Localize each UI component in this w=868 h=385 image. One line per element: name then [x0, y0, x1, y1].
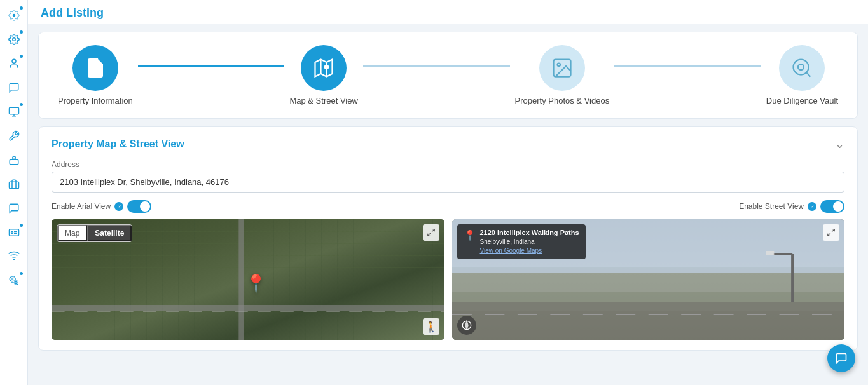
svg-point-17	[11, 278, 13, 280]
sidebar-icon-tool[interactable]	[4, 126, 24, 146]
step-circle-map-street	[301, 45, 347, 91]
svg-point-1	[12, 38, 15, 41]
svg-line-31	[427, 233, 430, 236]
step-label-due-diligence: Due Diligence Vault	[766, 96, 838, 105]
svg-rect-3	[9, 107, 18, 114]
svg-marker-45	[465, 321, 468, 329]
step-label-map-street: Map & Street View	[289, 96, 357, 105]
sidebar-icon-robot[interactable]	[4, 150, 24, 170]
sidebar-icon-monitor[interactable]	[4, 102, 24, 122]
svg-point-18	[15, 282, 17, 284]
stepper: Property Information Map & Street View P…	[58, 45, 838, 105]
section-header: Property Map & Street View ⌄	[52, 137, 844, 151]
streetview-bg: 📍 2120 Intelliplex Walking Paths Shelbyv…	[452, 219, 845, 340]
address-label: Address	[52, 160, 844, 169]
svg-line-42	[832, 229, 834, 232]
step-label-property-info: Property Information	[58, 96, 133, 105]
step-due-diligence[interactable]: Due Diligence Vault	[766, 45, 838, 105]
arial-toggle-label: Enable Arial View	[52, 202, 111, 211]
sidebar-icon-message[interactable]	[4, 198, 24, 219]
streetview-pin-icon: 📍	[464, 229, 476, 241]
map-row: Map Satellite 📍 🚶	[52, 219, 844, 340]
street-toggle-switch[interactable]	[820, 200, 844, 213]
arial-toggle-switch[interactable]	[127, 200, 151, 213]
step-label-photos-videos: Property Photos & Videos	[515, 96, 610, 105]
section-title: Property Map & Street View	[52, 138, 184, 150]
map-expand-icon[interactable]	[423, 224, 439, 241]
sidebar-icon-multi-gear[interactable]	[4, 271, 24, 291]
sidebar-icon-briefcase[interactable]	[4, 174, 24, 194]
sidebar-icon-id[interactable]	[4, 222, 24, 243]
arial-help-icon[interactable]: ?	[114, 202, 123, 211]
satellite-bg: Map Satellite 📍 🚶	[52, 219, 444, 340]
svg-line-28	[806, 72, 811, 77]
step-circle-photos-videos	[539, 45, 585, 91]
aerial-map-container[interactable]: Map Satellite 📍 🚶	[52, 219, 444, 340]
svg-point-7	[12, 156, 15, 159]
main-content: Add Listing Property Information Map & S…	[28, 0, 868, 385]
street-view-container[interactable]: 📍 2120 Intelliplex Walking Paths Shelbyv…	[452, 219, 845, 340]
chat-button[interactable]	[827, 344, 855, 372]
sidebar-icon-settings[interactable]	[4, 5, 24, 25]
streetview-compass-icon[interactable]	[457, 316, 476, 335]
svg-point-2	[12, 59, 16, 63]
svg-point-13	[11, 232, 13, 234]
map-tab-satellite[interactable]: Satellite	[87, 225, 132, 241]
svg-rect-6	[10, 159, 18, 165]
map-pin: 📍	[245, 273, 267, 294]
streetview-link[interactable]: View on Google Maps	[480, 247, 579, 255]
sidebar-icon-chat[interactable]	[4, 78, 24, 98]
step-circle-property-info	[72, 45, 118, 91]
sidebar	[0, 0, 28, 385]
svg-line-30	[432, 229, 434, 232]
svg-rect-41	[766, 251, 774, 255]
section-card: Property Map & Street View ⌄ Address Ena…	[38, 126, 858, 351]
map-tab-controls: Map Satellite	[57, 224, 132, 242]
step-connector-1	[138, 65, 285, 67]
page-title: Add Listing	[41, 6, 855, 20]
stepper-card: Property Information Map & Street View P…	[38, 32, 858, 119]
map-person-icon[interactable]: 🚶	[423, 318, 439, 335]
svg-point-27	[794, 60, 809, 75]
street-toggle-group: Enable Street View ?	[739, 200, 844, 213]
streetview-title: 2120 Intelliplex Walking Paths	[480, 228, 579, 238]
step-connector-3	[614, 65, 761, 67]
step-circle-due-diligence	[779, 45, 825, 91]
svg-rect-37	[452, 302, 845, 340]
map-tab-map[interactable]: Map	[57, 225, 87, 241]
sidebar-icon-signal[interactable]	[4, 247, 24, 267]
page-header: Add Listing	[28, 0, 868, 24]
svg-marker-21	[315, 60, 333, 77]
svg-line-43	[828, 233, 830, 236]
step-property-info[interactable]: Property Information	[58, 45, 133, 105]
streetview-expand-icon[interactable]	[823, 224, 839, 241]
streetview-info-box: 📍 2120 Intelliplex Walking Paths Shelbyv…	[457, 224, 586, 259]
step-map-street[interactable]: Map & Street View	[289, 45, 357, 105]
svg-point-29	[798, 64, 804, 70]
toggle-row: Enable Arial View ? Enable Street View ?	[52, 200, 844, 213]
sidebar-icon-gear[interactable]	[4, 29, 24, 50]
step-photos-videos[interactable]: Property Photos & Videos	[515, 45, 610, 105]
svg-point-24	[324, 65, 329, 70]
chevron-down-icon[interactable]: ⌄	[835, 137, 844, 151]
sidebar-icon-user[interactable]	[4, 53, 24, 74]
svg-point-0	[12, 14, 15, 17]
svg-point-26	[557, 64, 560, 67]
street-help-icon[interactable]: ?	[808, 202, 816, 211]
address-input[interactable]	[52, 172, 844, 192]
svg-point-16	[13, 259, 15, 260]
arial-toggle-group: Enable Arial View ?	[52, 200, 151, 213]
step-connector-2	[363, 65, 510, 67]
svg-rect-36	[452, 273, 845, 311]
streetview-subtitle: Shelbyville, Indiana	[480, 238, 579, 247]
svg-rect-11	[9, 182, 18, 189]
address-field-group: Address	[52, 160, 844, 192]
street-toggle-label: Enable Street View	[739, 202, 804, 211]
